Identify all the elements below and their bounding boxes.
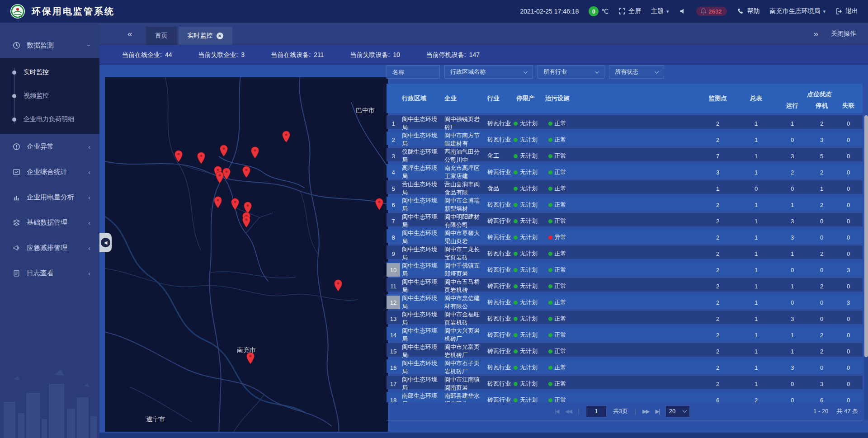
sidebar-item-label: 应急减排管理 — [27, 244, 88, 252]
status-dot — [548, 252, 552, 256]
status-select[interactable]: 所有状态 — [609, 65, 664, 79]
table-row[interactable]: 11 阆中生态环境局 阆中市五马桥页岩机砖 砖瓦行业 无计划 正常 2 1 1 … — [387, 278, 863, 292]
map-pin[interactable] — [334, 279, 343, 292]
map-pin[interactable] — [242, 166, 251, 178]
range-label: 1 - 20 — [813, 408, 828, 414]
map-pin[interactable] — [282, 131, 290, 143]
map-panel[interactable]: 巴中市 南充市 遂宁市 — [105, 77, 388, 432]
table-row[interactable]: 2 阆中生态环境局 阆中市南方节能建材有 砖瓦行业 无计划 正常 2 1 0 3… — [387, 132, 863, 145]
table-row[interactable]: 14 阆中生态环境局 阆中大兴页岩机砖厂 砖瓦行业 无计划 正常 2 1 1 2… — [387, 327, 863, 340]
table-row[interactable]: 5 营山生态环境局 营山县润丰肉食品有限 食品 无计划 正常 1 0 0 1 0 — [387, 180, 863, 194]
datetime: 2021-02-25 17:46:18 — [520, 8, 579, 15]
map-pin[interactable] — [215, 171, 224, 184]
map-pin[interactable] — [231, 198, 239, 210]
scrollbar-thumb[interactable] — [864, 115, 868, 357]
theme-dropdown[interactable]: 主题 ▾ — [651, 7, 669, 15]
map-pin[interactable] — [250, 146, 259, 159]
mute-button[interactable] — [679, 8, 686, 15]
page-number-input[interactable]: 1 — [586, 405, 607, 417]
map-pin[interactable] — [174, 150, 183, 162]
stats-icon — [13, 168, 20, 176]
map-pin[interactable] — [246, 352, 255, 364]
industry-select[interactable]: 所有行业 — [538, 65, 604, 79]
map-pin[interactable] — [214, 196, 222, 208]
tabs-scroll-right-button[interactable]: » — [808, 29, 824, 39]
table-row[interactable]: 17 阆中生态环境局 阆中市江南镇阆南页岩 砖瓦行业 无计划 正常 2 1 0 … — [387, 376, 863, 389]
cell-limit-status: 无计划 — [511, 119, 540, 127]
map-pin[interactable] — [242, 216, 251, 228]
tab-实时监控[interactable]: 实时监控 × — [179, 27, 232, 45]
exit-button[interactable]: 退出 — [835, 7, 858, 15]
close-icon[interactable]: × — [217, 33, 223, 39]
help-button[interactable]: 帮助 — [737, 7, 760, 15]
sidebar-item-企业用电量分析[interactable]: 企业用电量分析 ‹ — [0, 184, 99, 210]
status-dot — [514, 349, 518, 353]
row-index: 17 — [387, 377, 400, 391]
cell-running-count: 0 — [775, 137, 809, 143]
chevron-icon: ‹ — [88, 269, 90, 277]
table-row[interactable]: 18 南部生态环境局 南部县建华水泥有限公 砖瓦行业 无计划 正常 6 2 0 … — [387, 392, 863, 402]
table-scrollbar[interactable] — [864, 115, 868, 420]
table-row[interactable]: 6 阆中生态环境局 阆中市金博瑞新型墙材 砖瓦行业 无计划 正常 2 1 1 2… — [387, 197, 863, 210]
col-region: 行政区域 — [400, 94, 441, 103]
cell-running-count: 1 — [775, 332, 809, 339]
prev-page-button[interactable]: ◀◀ — [565, 408, 571, 414]
sidebar-item-基础数据管理[interactable]: 基础数据管理 ‹ — [0, 210, 99, 235]
cell-monitor-count: 2 — [698, 283, 737, 290]
sidebar-item-企业综合统计[interactable]: 企业综合统计 ‹ — [0, 159, 99, 184]
table-row[interactable]: 9 阆中生态环境局 阆中市二龙长宝页岩砖 砖瓦行业 无计划 正常 2 1 1 2… — [387, 245, 863, 259]
sidebar-collapse-handle[interactable]: ◀ — [99, 233, 112, 252]
cell-stopped-count: 0 — [809, 234, 834, 241]
map-pin[interactable] — [375, 198, 384, 210]
sidebar-item-实时监控[interactable]: 实时监控 — [0, 61, 99, 84]
table-row[interactable]: 12 阆中生态环境局 阆中市忠信建材有限公 砖瓦行业 无计划 正常 2 1 0 … — [387, 294, 863, 308]
cell-industry: 砖瓦行业 — [484, 380, 511, 388]
table-row[interactable]: 1 阆中生态环境局 阆中强锐页岩砖厂 砖瓦行业 无计划 正常 2 1 1 2 0 — [387, 115, 863, 129]
sidebar-item-日志查看[interactable]: 日志查看 ‹ — [0, 260, 99, 286]
sidebar-item-数据监测[interactable]: 数据监测 › — [0, 33, 99, 58]
cell-monitor-count: 2 — [698, 364, 737, 371]
layers-icon — [13, 219, 20, 226]
row-index: 8 — [387, 231, 400, 244]
tab-首页[interactable]: 首页 — [146, 27, 177, 45]
cell-running-count: 3 — [775, 364, 809, 371]
bottom-strip — [99, 433, 868, 438]
org-dropdown[interactable]: 南充市生态环境局 ▾ — [769, 7, 826, 15]
cell-company: 南充市高坪区王家店建 — [441, 164, 484, 180]
sidebar: 数据监测 › 实时监控 视频监控 企业电力负荷明细 企业异常 ‹ 企业综合统计 … — [0, 23, 99, 438]
table-row[interactable]: 15 阆中生态环境局 阆中市光富页岩机砖厂 砖瓦行业 无计划 正常 2 1 1 … — [387, 343, 863, 357]
cell-limit-status: 无计划 — [511, 152, 540, 160]
sidebar-item-应急减排管理[interactable]: 应急减排管理 ‹ — [0, 235, 99, 260]
map-pin[interactable] — [219, 145, 228, 157]
sidebar-item-label: 企业异常 — [27, 142, 88, 151]
fullscreen-button[interactable]: 全屏 — [618, 7, 641, 15]
table-row[interactable]: 7 阆中生态环境局 阆中明阳建材有限公司 砖瓦行业 无计划 正常 2 1 3 0… — [387, 213, 863, 226]
last-page-button[interactable]: ▶| — [656, 408, 659, 414]
cell-facility-status: 正常 — [540, 380, 574, 388]
table-row[interactable]: 3 仪陇生态环境局 西南油气田分公司川中 化工 无计划 正常 7 1 3 5 0 — [387, 148, 863, 161]
cell-industry: 食品 — [484, 184, 511, 193]
cell-limit-status: 无计划 — [511, 184, 540, 193]
status-dot — [548, 284, 552, 288]
next-page-button[interactable]: ▶▶ — [642, 408, 649, 414]
table-row[interactable]: 13 阆中生态环境局 阆中市金福旺页岩机砖 砖瓦行业 无计划 正常 2 1 3 … — [387, 311, 863, 324]
table-row[interactable]: 4 高坪生态环境局 南充市高坪区王家店建 砖瓦行业 无计划 正常 3 1 2 2… — [387, 164, 863, 178]
table-row[interactable]: 10 阆中生态环境局 阆中千佛镇五郎垭页岩 砖瓦行业 无计划 正常 2 1 0 … — [387, 262, 863, 275]
map-pin[interactable] — [197, 152, 205, 164]
close-operations-button[interactable]: 关闭操作 — [831, 30, 856, 38]
alarm-notifications[interactable]: 2632 — [696, 7, 727, 16]
first-page-button[interactable]: |◀ — [555, 408, 558, 414]
cell-company: 阆中市枣碧大梁山页岩 — [441, 229, 484, 245]
cell-meter-count: 1 — [737, 299, 775, 306]
sidebar-item-企业异常[interactable]: 企业异常 ‹ — [0, 134, 99, 159]
table-row[interactable]: 16 阆中生态环境局 阆中市石子页岩机砖厂 砖瓦行业 无计划 正常 2 1 3 … — [387, 359, 863, 373]
region-select[interactable]: 行政区域名称 — [444, 65, 533, 79]
sidebar-item-企业电力负荷明细[interactable]: 企业电力负荷明细 — [0, 108, 99, 131]
sidebar-item-视频监控[interactable]: 视频监控 — [0, 84, 99, 108]
page-size-select[interactable]: 20 — [665, 405, 690, 417]
chart-icon — [13, 193, 20, 201]
table-row[interactable]: 8 阆中生态环境局 阆中市枣碧大梁山页岩 砖瓦行业 无计划 异常 2 1 3 0… — [387, 229, 863, 243]
company-name-input[interactable] — [387, 65, 440, 79]
chevron-icon: ‹ — [88, 168, 90, 176]
tabs-scroll-left-button[interactable]: « — [122, 29, 138, 39]
